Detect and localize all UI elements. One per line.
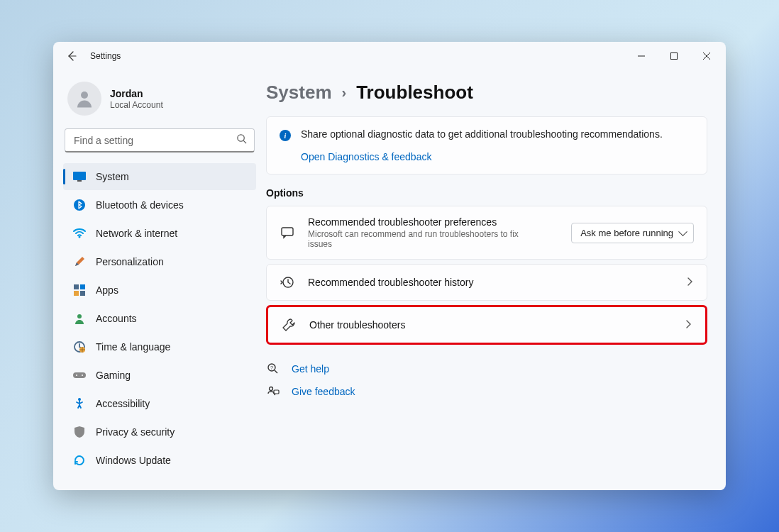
profile-account-type: Local Account — [110, 100, 163, 110]
avatar — [67, 82, 101, 116]
svg-rect-23 — [274, 390, 279, 394]
sidebar-item-privacy[interactable]: Privacy & security — [63, 419, 256, 445]
feedback-icon — [266, 384, 280, 399]
give-feedback-label: Give feedback — [292, 386, 355, 397]
back-button[interactable] — [62, 46, 82, 66]
other-troubleshooters-highlight: Other troubleshooters — [266, 305, 707, 345]
sidebar-item-label: Privacy & security — [96, 426, 175, 438]
svg-point-15 — [76, 375, 77, 376]
sidebar-item-label: Personalization — [96, 256, 164, 267]
preferences-dropdown[interactable]: Ask me before running — [571, 223, 694, 243]
search-icon — [236, 133, 247, 147]
person-icon — [73, 312, 86, 325]
gamepad-icon — [73, 369, 86, 382]
wrench-icon — [281, 317, 297, 333]
profile[interactable]: Jordan Local Account — [59, 77, 260, 128]
svg-rect-4 — [77, 180, 82, 182]
settings-window: Settings Jordan Local Account — [53, 42, 726, 490]
info-icon: i — [280, 130, 291, 141]
history-icon — [280, 275, 295, 290]
svg-rect-18 — [282, 228, 293, 235]
diagnostics-info-card: i Share optional diagnostic data to get … — [266, 116, 707, 174]
clock-globe-icon — [73, 340, 86, 353]
footer-links: ? Get help Give feedback — [266, 362, 707, 399]
window-title: Settings — [90, 51, 121, 61]
svg-rect-14 — [73, 372, 86, 378]
help-icon: ? — [266, 362, 280, 376]
sidebar-item-accessibility[interactable]: Accessibility — [63, 390, 256, 417]
svg-point-2 — [238, 135, 244, 141]
sidebar-item-label: Accounts — [96, 313, 137, 324]
chevron-right-icon: › — [342, 84, 347, 101]
chat-icon — [280, 225, 295, 240]
person-icon — [74, 88, 95, 109]
arrow-left-icon — [66, 50, 77, 62]
svg-rect-3 — [73, 172, 86, 180]
svg-rect-10 — [80, 291, 85, 296]
history-title: Recommended troubleshooter history — [308, 277, 673, 288]
sidebar-item-label: Bluetooth & devices — [96, 199, 184, 211]
sidebar-item-system[interactable]: System — [63, 163, 256, 190]
preferences-title: Recommended troubleshooter preferences — [308, 216, 558, 228]
sidebar-nav: System Bluetooth & devices Network & int… — [59, 162, 260, 475]
sidebar-item-label: Apps — [96, 284, 118, 296]
other-troubleshooters-row[interactable]: Other troubleshooters — [268, 307, 705, 343]
sidebar-item-accounts[interactable]: Accounts — [63, 305, 256, 332]
sidebar-item-personalization[interactable]: Personalization — [63, 248, 256, 275]
other-title: Other troubleshooters — [309, 319, 671, 331]
sidebar-item-label: System — [96, 171, 129, 182]
svg-rect-7 — [74, 284, 79, 289]
sidebar-item-network[interactable]: Network & internet — [63, 220, 256, 247]
maximize-button[interactable] — [658, 45, 690, 67]
sidebar-item-gaming[interactable]: Gaming — [63, 362, 256, 389]
shield-icon — [73, 426, 86, 438]
minimize-icon — [638, 52, 645, 60]
options-section-title: Options — [266, 187, 707, 199]
window-controls — [625, 45, 723, 67]
breadcrumb-parent[interactable]: System — [266, 82, 332, 104]
svg-point-1 — [81, 92, 88, 99]
troubleshooter-preferences-row[interactable]: Recommended troubleshooter preferences M… — [266, 206, 707, 260]
accessibility-icon — [73, 397, 86, 410]
troubleshooter-history-row[interactable]: Recommended troubleshooter history — [266, 264, 707, 301]
sidebar-item-apps[interactable]: Apps — [63, 277, 256, 304]
bluetooth-icon — [73, 199, 86, 211]
apps-icon — [73, 284, 86, 297]
diagnostics-info-text: Share optional diagnostic data to get ad… — [301, 128, 663, 140]
preferences-subtitle: Microsoft can recommend and run troubles… — [308, 229, 535, 249]
sidebar: Jordan Local Account System Bluetooth & … — [53, 70, 266, 490]
chevron-right-icon — [685, 276, 694, 289]
svg-rect-0 — [671, 53, 678, 60]
svg-point-22 — [270, 387, 273, 391]
sidebar-item-label: Accessibility — [96, 398, 150, 409]
give-feedback-link[interactable]: Give feedback — [266, 384, 707, 399]
chevron-right-icon — [684, 318, 692, 331]
get-help-link[interactable]: ? Get help — [266, 362, 707, 376]
svg-point-11 — [77, 314, 82, 318]
sidebar-item-label: Windows Update — [96, 455, 171, 466]
svg-rect-9 — [74, 291, 79, 296]
breadcrumb: System › Troubleshoot — [266, 82, 707, 104]
sidebar-item-bluetooth[interactable]: Bluetooth & devices — [63, 192, 256, 218]
update-icon — [73, 454, 86, 467]
wifi-icon — [73, 227, 86, 240]
minimize-button[interactable] — [625, 45, 658, 67]
main-content: System › Troubleshoot i Share optional d… — [266, 70, 726, 490]
get-help-label: Get help — [292, 363, 329, 375]
open-diagnostics-link[interactable]: Open Diagnostics & feedback — [301, 151, 694, 162]
brush-icon — [73, 255, 86, 268]
sidebar-item-windows-update[interactable]: Windows Update — [63, 447, 256, 474]
search-box[interactable] — [65, 128, 255, 153]
page-title: Troubleshoot — [356, 82, 473, 104]
sidebar-item-label: Gaming — [96, 370, 131, 381]
sidebar-item-label: Network & internet — [96, 228, 177, 239]
sidebar-item-time-language[interactable]: Time & language — [63, 333, 256, 360]
svg-rect-8 — [80, 284, 85, 289]
maximize-icon — [670, 52, 678, 60]
sidebar-item-label: Time & language — [96, 341, 170, 353]
system-icon — [73, 170, 86, 183]
svg-point-6 — [79, 236, 81, 238]
close-button[interactable] — [690, 45, 723, 67]
close-icon — [703, 52, 710, 60]
search-input[interactable] — [72, 134, 236, 147]
